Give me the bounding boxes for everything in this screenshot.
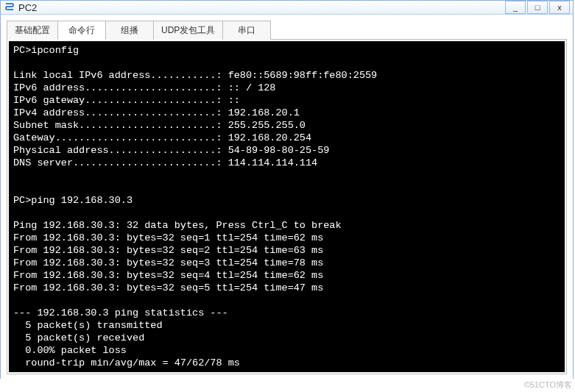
watermark: ©51CTO博客 — [524, 379, 572, 391]
content-area: 基础配置 命令行 组播 UDP发包工具 串口 PC>ipconfig Link … — [1, 15, 573, 380]
terminal-container: PC>ipconfig Link local IPv6 address.....… — [7, 40, 567, 374]
app-window: PC2 _ □ x 基础配置 命令行 组播 UDP发包工具 串口 PC>ipco… — [0, 0, 574, 379]
tab-command-line[interactable]: 命令行 — [57, 21, 106, 40]
tab-udp-tool[interactable]: UDP发包工具 — [153, 21, 223, 40]
maximize-button[interactable]: □ — [527, 1, 548, 14]
close-button[interactable]: x — [549, 1, 570, 14]
tab-basic-config[interactable]: 基础配置 — [7, 21, 58, 40]
window-title: PC2 — [18, 2, 37, 13]
terminal-output[interactable]: PC>ipconfig Link local IPv6 address.....… — [9, 41, 565, 372]
minimize-button[interactable]: _ — [505, 1, 526, 14]
titlebar[interactable]: PC2 _ □ x — [1, 1, 573, 15]
tab-bar: 基础配置 命令行 组播 UDP发包工具 串口 — [7, 21, 567, 40]
app-icon — [4, 1, 15, 13]
tab-multicast[interactable]: 组播 — [105, 21, 154, 40]
tab-serial[interactable]: 串口 — [222, 21, 271, 40]
